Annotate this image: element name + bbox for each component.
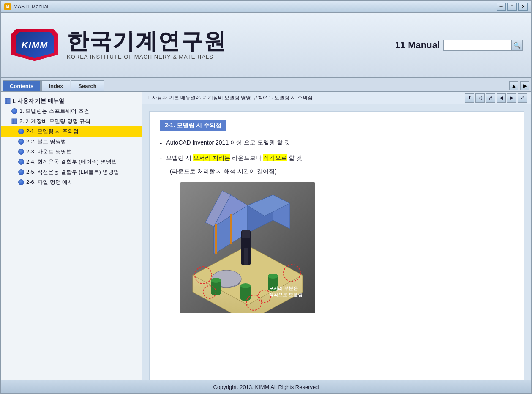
search-input[interactable] (444, 40, 511, 50)
copyright-text: Copyright. 2013. KIMM All Rights Reserve… (213, 384, 319, 390)
content-line-2: - 모델링 시 모서리 처리는 라운드보다 직각으로 할 것 (160, 153, 514, 164)
logo-area: KIMM 한국기계연구원 KOREA INSTITUTE OF MACHINER… (9, 28, 226, 62)
svg-rect-17 (215, 224, 217, 254)
nav-tabs: Contents Index Search ▲ ▶ (1, 78, 531, 92)
svg-rect-0 (5, 98, 10, 104)
breadcrumb-nav: ⬆ ◁ 🖨 ◀ ▶ ⤢ (465, 93, 527, 103)
line2-text: 모델링 시 모서리 처리는 라운드보다 직각으로 할 것 (166, 153, 302, 162)
tab-index[interactable]: Index (41, 80, 70, 91)
svg-text:직각으로 모델링: 직각으로 모델링 (269, 292, 303, 297)
circle-icon-s4 (18, 128, 25, 135)
circle-icon-s6 (18, 148, 25, 155)
bc-btn-left[interactable]: ◁ (475, 93, 485, 103)
breadcrumb-bar: 1. 사용자 기본 매뉴얼\2. 기계장비 모델링 명명 규칙\2-1. 모델링… (142, 92, 531, 104)
shield-outer: KIMM (11, 29, 58, 61)
shield-inner: KIMM (16, 32, 54, 58)
section-title: 2-1. 모델링 시 주의점 (160, 120, 226, 131)
circle-icon-s9 (18, 179, 25, 186)
svg-point-29 (240, 283, 251, 288)
app-icon: M (4, 3, 11, 10)
bc-btn-next[interactable]: ▶ (507, 93, 516, 103)
header-right: 11 Manual 🔍 (395, 40, 523, 51)
sidebar-item-s2[interactable]: 1. 모델링용 소프트웨어 조건 (1, 106, 142, 116)
line1-text: AutoCAD Inventor 2011 이상 으로 모델링 할 것 (166, 138, 290, 147)
content-box: 2-1. 모델링 시 주의점 - AutoCAD Inventor 2011 이… (149, 111, 524, 380)
window-title: MAS11 Manual (14, 4, 497, 10)
app-title: 11 Manual (395, 40, 440, 51)
right-panel: 1. 사용자 기본 매뉴얼\2. 기계장비 모델링 명명 규칙\2-1. 모델링… (142, 92, 531, 380)
bc-btn-expand[interactable]: ⤢ (518, 93, 527, 103)
close-button[interactable]: ✕ (518, 3, 528, 11)
sidebar-item-s4[interactable]: 2-1. 모델링 시 주의점 (1, 126, 142, 137)
bc-btn-prev[interactable]: ◀ (497, 93, 506, 103)
circle-icon-s7 (18, 159, 25, 165)
sidebar-item-s5[interactable]: 2-2. 볼트 명명법 (1, 137, 142, 147)
korean-org-name: 한국기계연구원 (67, 30, 226, 52)
window-controls: ─ □ ✕ (497, 3, 528, 11)
svg-rect-16 (244, 248, 248, 265)
kimm-logo: KIMM (9, 28, 60, 62)
book-icon-s3 (11, 118, 18, 125)
search-box: 🔍 (443, 40, 523, 51)
sidebar-item-s1[interactable]: I. 사용자 기본 매뉴얼 (1, 96, 142, 106)
sidebar: I. 사용자 기본 매뉴얼 1. 모델링용 소프트웨어 조건 2. 기계장비 모… (1, 92, 142, 380)
content-line-1: - AutoCAD Inventor 2011 이상 으로 모델링 할 것 (160, 138, 514, 149)
sidebar-item-s3[interactable]: 2. 기계장비 모델링 명명 규칙 (1, 116, 142, 126)
app-header: KIMM 한국기계연구원 KOREA INSTITUTE OF MACHINER… (1, 13, 531, 78)
search-button[interactable]: 🔍 (511, 40, 522, 50)
sidebar-item-s9[interactable]: 2-6. 파일 명명 예시 (1, 177, 142, 187)
logo-text-area: 한국기계연구원 KOREA INSTITUTE OF MACHINERY & M… (67, 30, 226, 60)
bc-btn-print[interactable]: 🖨 (486, 93, 495, 103)
arrow-down[interactable]: ▶ (520, 81, 529, 90)
svg-rect-15 (242, 230, 250, 238)
svg-rect-2 (12, 119, 17, 124)
bc-btn-up[interactable]: ⬆ (465, 93, 474, 103)
english-org-name: KOREA INSTITUTE OF MACHINERY & MATERIALS (67, 54, 226, 60)
circle-icon-s8 (18, 169, 25, 175)
footer: Copyright. 2013. KIMM All Rights Reserve… (1, 380, 531, 393)
sidebar-item-s6[interactable]: 2-3. 마운트 명명법 (1, 147, 142, 157)
main-layout: I. 사용자 기본 매뉴얼 1. 모델링용 소프트웨어 조건 2. 기계장비 모… (1, 92, 531, 380)
svg-rect-18 (230, 214, 232, 244)
svg-point-26 (268, 274, 278, 279)
highlight-2: 직각으로 (263, 154, 287, 161)
circle-icon-s5 (18, 138, 25, 145)
svg-point-23 (211, 278, 221, 283)
svg-text:모서리 부분은: 모서리 부분은 (269, 286, 298, 291)
title-bar: M MAS11 Manual ─ □ ✕ (1, 1, 531, 13)
breadcrumb-path: 1. 사용자 기본 매뉴얼\2. 기계장비 모델링 명명 규칙\2-1. 모델링… (147, 94, 313, 101)
sidebar-item-s8[interactable]: 2-5. 직선운동 결합부 (LM블록) 명명법 (1, 167, 142, 177)
tab-contents[interactable]: Contents (3, 80, 41, 91)
bullet-2: - (160, 153, 162, 164)
book-icon (4, 98, 11, 104)
sidebar-item-s7[interactable]: 2-4. 회전운동 결합부 (베어링) 명명법 (1, 157, 142, 167)
minimize-button[interactable]: ─ (497, 3, 506, 11)
bullet-1: - (160, 138, 162, 149)
highlight-1: 모서리 처리는 (193, 154, 230, 161)
restore-button[interactable]: □ (507, 3, 517, 11)
circle-icon-s2 (11, 108, 18, 115)
logo-text: KIMM (22, 40, 48, 51)
main-window: M MAS11 Manual ─ □ ✕ KIMM 한국기계연구원 KOREA … (0, 0, 532, 394)
content-area: 2-1. 모델링 시 주의점 - AutoCAD Inventor 2011 이… (142, 104, 531, 380)
machine-image: 모서리 부분은 직각으로 모델링 (180, 182, 315, 313)
arrow-up[interactable]: ▲ (509, 81, 518, 90)
tab-nav-arrows: ▲ ▶ (509, 81, 529, 91)
tab-search[interactable]: Search (71, 80, 104, 91)
sub-note: (라운드로 처리할 시 해석 시간이 길어짐) (170, 168, 514, 175)
